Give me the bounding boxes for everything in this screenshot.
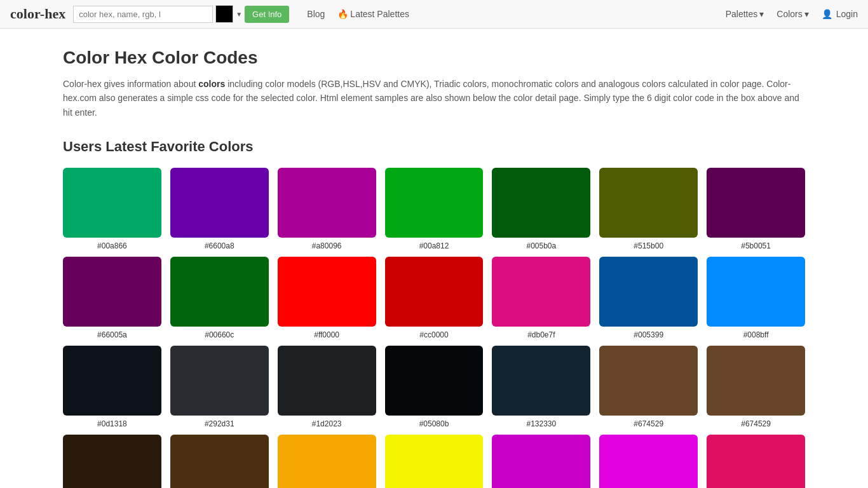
color-item[interactable]: #00a812: [385, 168, 484, 250]
color-swatch: [707, 346, 805, 416]
color-swatch: [492, 346, 590, 416]
color-label: #008bff: [743, 330, 769, 339]
color-item[interactable]: #a80096: [278, 168, 376, 250]
color-label: #005b0a: [526, 241, 556, 250]
color-item[interactable]: #005399: [599, 257, 698, 339]
color-label: #db0e7f: [527, 330, 555, 339]
color-label: #0d1318: [97, 419, 127, 428]
color-label: #005399: [634, 330, 663, 339]
color-label: #00a866: [97, 241, 127, 250]
color-item[interactable]: #00660c: [170, 257, 269, 339]
color-swatch: [63, 346, 161, 416]
nav-latest-palettes[interactable]: 🔥Latest Palettes: [337, 9, 409, 19]
color-item[interactable]: #0d1318: [63, 346, 161, 428]
color-item[interactable]: #00a866: [63, 168, 161, 250]
color-grid-row1: #00a866#6600a8#a80096#00a812#005b0a#515b…: [63, 168, 805, 250]
color-item[interactable]: #132330: [492, 346, 590, 428]
color-item[interactable]: #6600a8: [170, 168, 269, 250]
color-label: #515b00: [634, 241, 663, 250]
color-swatch: [385, 168, 484, 238]
color-label: #ff0000: [314, 330, 339, 339]
color-swatch: [492, 257, 590, 327]
color-swatch: [707, 257, 805, 327]
color-swatch: [385, 435, 484, 488]
color-grid-row4: #2a1a0a#4a2f10#f5a800#f5f500#c800c8#e000…: [63, 435, 805, 488]
color-swatch: [170, 257, 269, 327]
color-item[interactable]: #f5f500: [385, 435, 484, 488]
color-item[interactable]: #5b0051: [707, 168, 805, 250]
color-preview-box[interactable]: [215, 5, 233, 23]
color-item[interactable]: #c800c8: [492, 435, 590, 488]
colors-dropdown[interactable]: Colors ▾: [776, 9, 808, 19]
nav-blog[interactable]: Blog: [307, 9, 325, 19]
logo[interactable]: color-hex: [10, 6, 65, 22]
color-grid-row3: #0d1318#292d31#1d2023#05080b#132330#6745…: [63, 346, 805, 428]
color-swatch: [278, 435, 376, 488]
color-label: #cc0000: [419, 330, 448, 339]
color-swatch: [599, 435, 698, 488]
color-swatch: [492, 168, 590, 238]
color-item[interactable]: #292d31: [170, 346, 269, 428]
color-label: #6600a8: [205, 241, 234, 250]
color-swatch: [170, 168, 269, 238]
color-item[interactable]: #ff0000: [278, 257, 376, 339]
color-item[interactable]: #66005a: [63, 257, 161, 339]
color-item[interactable]: #db0e7f: [492, 257, 590, 339]
color-swatch: [707, 168, 805, 238]
color-swatch: [385, 257, 484, 327]
color-item[interactable]: #4a2f10: [170, 435, 269, 488]
color-swatch: [599, 168, 698, 238]
color-item[interactable]: #e000e0: [599, 435, 698, 488]
login-button[interactable]: 👤 Login: [822, 9, 858, 19]
nav-right: Palettes ▾ Colors ▾ 👤 Login: [726, 9, 858, 19]
color-label: #05080b: [419, 419, 449, 428]
color-item[interactable]: #674529: [707, 346, 805, 428]
color-item[interactable]: #005b0a: [492, 168, 590, 250]
palettes-dropdown-arrow: ▾: [759, 9, 764, 19]
color-item[interactable]: #05080b: [385, 346, 484, 428]
color-swatch: [63, 168, 161, 238]
section-title: Users Latest Favorite Colors: [63, 139, 805, 155]
user-icon: 👤: [822, 9, 832, 19]
color-dropdown-arrow[interactable]: ▼: [236, 11, 242, 18]
color-swatch: [599, 346, 698, 416]
color-swatch: [599, 257, 698, 327]
header: color-hex ▼ Get Info Blog 🔥Latest Palett…: [0, 0, 868, 29]
nav-links: Blog 🔥Latest Palettes: [307, 9, 409, 19]
palettes-dropdown[interactable]: Palettes ▾: [726, 9, 764, 19]
color-swatch: [63, 257, 161, 327]
color-label: #00a812: [419, 241, 449, 250]
color-label: #a80096: [312, 241, 342, 250]
search-area: ▼ Get Info: [73, 5, 289, 23]
color-swatch: [63, 435, 161, 488]
color-swatch: [278, 257, 376, 327]
color-item[interactable]: #674529: [599, 346, 698, 428]
color-swatch: [707, 435, 805, 488]
color-item[interactable]: #1d2023: [278, 346, 376, 428]
color-label: #674529: [634, 419, 663, 428]
color-item[interactable]: #2a1a0a: [63, 435, 161, 488]
color-label: #00660c: [205, 330, 234, 339]
color-item[interactable]: #515b00: [599, 168, 698, 250]
colors-dropdown-arrow: ▾: [804, 9, 809, 19]
color-label: #66005a: [97, 330, 127, 339]
flame-icon: 🔥: [337, 9, 348, 19]
color-item[interactable]: #e01060: [707, 435, 805, 488]
color-swatch: [278, 168, 376, 238]
color-swatch: [385, 346, 484, 416]
main-content: Color Hex Color Codes Color-hex gives in…: [53, 29, 815, 488]
description-bold: colors: [198, 79, 225, 89]
search-input[interactable]: [73, 6, 213, 23]
color-item[interactable]: #008bff: [707, 257, 805, 339]
color-label: #132330: [526, 419, 556, 428]
page-title: Color Hex Color Codes: [63, 48, 805, 68]
color-swatch: [170, 346, 269, 416]
color-item[interactable]: #cc0000: [385, 257, 484, 339]
color-label: #674529: [741, 419, 771, 428]
color-label: #292d31: [205, 419, 234, 428]
color-swatch: [278, 346, 376, 416]
get-info-button[interactable]: Get Info: [245, 6, 289, 23]
color-item[interactable]: #f5a800: [278, 435, 376, 488]
color-grid-row2: #66005a#00660c#ff0000#cc0000#db0e7f#0053…: [63, 257, 805, 339]
color-label: #5b0051: [741, 241, 771, 250]
